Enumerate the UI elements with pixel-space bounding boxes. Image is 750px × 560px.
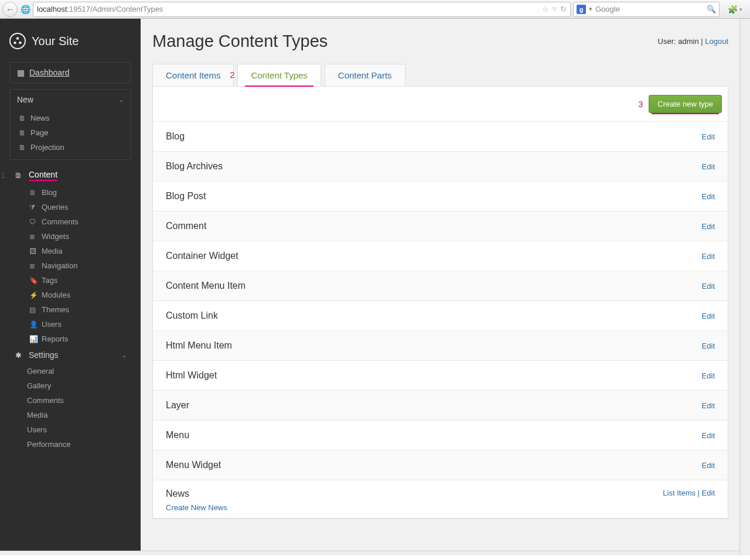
edit-link[interactable]: Edit bbox=[702, 192, 715, 201]
settings-label: Settings bbox=[29, 350, 59, 360]
edit-link[interactable]: Edit bbox=[702, 401, 715, 410]
sidebar-item-media[interactable]: 🖾Media bbox=[27, 244, 131, 258]
history-dropdown-icon[interactable]: ▽ bbox=[553, 6, 557, 12]
sidebar-item-dashboard[interactable]: ▦ Dashboard bbox=[10, 63, 131, 83]
sidebar-item-queries[interactable]: ⧩Queries bbox=[27, 200, 131, 214]
user-prefix: User: bbox=[658, 37, 679, 46]
settings-submenu: GeneralGalleryCommentsMediaUsersPerforma… bbox=[9, 364, 131, 452]
edit-link[interactable]: Edit bbox=[702, 489, 715, 497]
type-name: Html Widget bbox=[166, 370, 217, 381]
sidebar-item-widgets[interactable]: ≣Widgets bbox=[27, 229, 131, 244]
type-row: Menu WidgetEdit bbox=[153, 450, 728, 480]
content-label: Content bbox=[29, 170, 57, 181]
create-new-item-link[interactable]: Create New News bbox=[166, 503, 227, 512]
create-new-type-button[interactable]: Create new type bbox=[649, 95, 722, 113]
scrollbar-up[interactable]: ▲ bbox=[740, 19, 750, 29]
content-submenu: 🗎Blog⧩Queries🗩Comments≣Widgets🖾Media≣Nav… bbox=[9, 185, 131, 346]
address-bar[interactable]: localhost: 19517/Admin/ContentTypes ☆ ▽ … bbox=[33, 2, 571, 17]
types-list: BlogEditBlog ArchivesEditBlog PostEditCo… bbox=[153, 121, 728, 518]
type-actions: Edit bbox=[702, 461, 715, 470]
plug-icon: ⚡ bbox=[29, 291, 37, 299]
search-icon[interactable]: 🔍 bbox=[707, 5, 716, 13]
type-name: Comment bbox=[166, 221, 206, 231]
sidebar-item-themes[interactable]: ▤Themes bbox=[27, 302, 131, 317]
edit-link[interactable]: Edit bbox=[702, 461, 715, 470]
sidebar-item-label: Queries bbox=[42, 203, 69, 211]
settings-item-performance[interactable]: Performance bbox=[9, 437, 131, 452]
reload-icon[interactable]: ↻ bbox=[560, 5, 567, 13]
bookmark-icon[interactable]: ☆ bbox=[542, 5, 549, 13]
annotation-3: 3 bbox=[639, 100, 643, 109]
type-name: Html Menu Item bbox=[166, 340, 232, 351]
settings-item-general[interactable]: General bbox=[9, 364, 131, 378]
settings-item-media[interactable]: Media bbox=[9, 408, 131, 422]
sidebar-item-content[interactable]: 1 🗎 Content bbox=[9, 166, 131, 185]
settings-item-users[interactable]: Users bbox=[9, 422, 131, 437]
settings-item-comments[interactable]: Comments bbox=[9, 393, 131, 408]
user-name: admin bbox=[678, 37, 698, 46]
tabs: Content Items2Content TypesContent Parts bbox=[141, 56, 740, 86]
site-brand[interactable]: Your Site bbox=[0, 27, 141, 62]
tab-content-types[interactable]: 2Content Types bbox=[237, 64, 321, 86]
content-panel: 3 Create new type BlogEditBlog ArchivesE… bbox=[152, 86, 728, 519]
browser-search[interactable]: g ▾ Google 🔍 bbox=[573, 2, 720, 17]
settings-item-gallery[interactable]: Gallery bbox=[9, 378, 131, 393]
type-name: Layer bbox=[166, 400, 189, 411]
sidebar-item-label: Widgets bbox=[42, 232, 69, 241]
sidebar-item-new[interactable]: New ⌄ bbox=[10, 90, 131, 110]
type-row: CommentEdit bbox=[153, 211, 728, 241]
sidebar-item-comments[interactable]: 🗩Comments bbox=[27, 214, 131, 229]
edit-link[interactable]: Edit bbox=[702, 282, 715, 291]
svg-point-2 bbox=[19, 42, 22, 45]
sidebar-item-tags[interactable]: 🔖Tags bbox=[27, 273, 131, 288]
url-host: localhost: bbox=[37, 5, 69, 13]
chevron-down-icon: ⌄ bbox=[122, 352, 127, 358]
sidebar-item-blog[interactable]: 🗎Blog bbox=[27, 185, 131, 200]
sidebar-item-new-projection[interactable]: 🗎Projection bbox=[10, 140, 131, 155]
scrollbar-down[interactable]: ▼ bbox=[740, 535, 750, 545]
browser-toolbar: ← 🌐 localhost: 19517/Admin/ContentTypes … bbox=[0, 0, 750, 19]
sidebar-item-modules[interactable]: ⚡Modules bbox=[27, 288, 131, 302]
sidebar-item-label: Navigation bbox=[42, 261, 77, 270]
url-path: 19517/Admin/ContentTypes bbox=[69, 5, 163, 13]
sidebar-item-settings[interactable]: ✱ Settings ⌄ bbox=[9, 346, 131, 364]
user-sep: | bbox=[699, 37, 705, 46]
type-row: LayerEdit bbox=[153, 391, 728, 421]
edit-link[interactable]: Edit bbox=[702, 312, 715, 320]
tab-content-items[interactable]: Content Items bbox=[152, 64, 234, 86]
sidebar-item-reports[interactable]: 📊Reports bbox=[27, 332, 131, 346]
theme-icon: ▤ bbox=[29, 306, 37, 314]
brand-text: Your Site bbox=[32, 35, 79, 48]
edit-link[interactable]: Edit bbox=[702, 252, 715, 261]
edit-link[interactable]: Edit bbox=[702, 431, 715, 440]
sidebar-item-users[interactable]: 👤Users bbox=[27, 317, 131, 332]
type-row: Content Menu ItemEdit bbox=[153, 271, 728, 301]
back-button[interactable]: ← bbox=[2, 2, 18, 17]
brand-logo-icon bbox=[9, 33, 26, 49]
site-identity-icon[interactable]: 🌐 bbox=[20, 4, 30, 15]
edit-link[interactable]: Edit bbox=[702, 371, 715, 380]
gear-icon: ✱ bbox=[14, 351, 23, 360]
toolbar-dropdown-icon[interactable]: ▾ bbox=[739, 6, 742, 12]
edit-link[interactable]: Edit bbox=[702, 132, 715, 141]
search-engine-dropdown-icon[interactable]: ▾ bbox=[589, 5, 592, 13]
type-actions: Edit bbox=[702, 431, 715, 440]
user-icon: 👤 bbox=[29, 320, 37, 329]
addon-icon[interactable]: 🧩 bbox=[728, 5, 737, 14]
sidebar-item-new-news[interactable]: 🗎News bbox=[10, 111, 131, 125]
tab-label: Content Types bbox=[251, 70, 307, 80]
tab-content-parts[interactable]: Content Parts bbox=[325, 64, 405, 86]
type-name: Custom Link bbox=[166, 310, 218, 321]
logout-link[interactable]: Logout bbox=[705, 37, 728, 46]
type-actions: Edit bbox=[702, 401, 715, 410]
sidebar-item-label: Users bbox=[42, 320, 62, 329]
edit-link[interactable]: Edit bbox=[702, 162, 715, 171]
list-items-link[interactable]: List Items bbox=[663, 489, 696, 497]
page-title: Manage Content Types bbox=[152, 32, 328, 51]
google-icon: g bbox=[577, 5, 586, 14]
list-icon: ≣ bbox=[29, 262, 37, 270]
edit-link[interactable]: Edit bbox=[702, 222, 715, 231]
sidebar-item-navigation[interactable]: ≣Navigation bbox=[27, 258, 131, 273]
sidebar-item-new-page[interactable]: 🗎Page bbox=[10, 125, 131, 140]
edit-link[interactable]: Edit bbox=[702, 342, 715, 350]
